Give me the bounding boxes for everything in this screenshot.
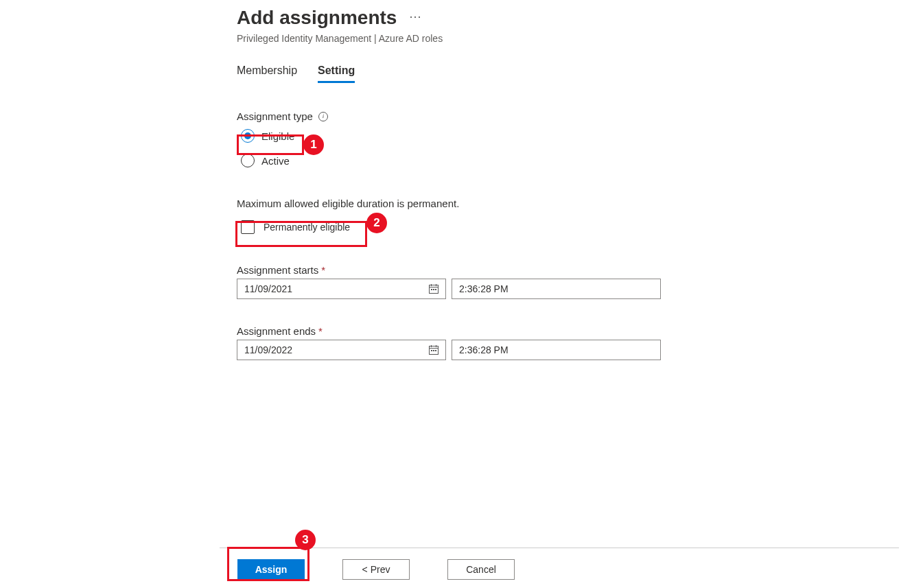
tab-setting[interactable]: Setting xyxy=(318,64,355,83)
svg-rect-4 xyxy=(431,289,432,290)
tab-membership[interactable]: Membership xyxy=(237,64,297,83)
start-date-value: 11/09/2021 xyxy=(244,283,292,294)
end-time-value: 2:36:28 PM xyxy=(459,344,508,355)
radio-icon xyxy=(241,154,255,167)
radio-eligible[interactable]: Eligible xyxy=(237,126,912,145)
svg-rect-12 xyxy=(433,350,434,351)
svg-rect-5 xyxy=(433,289,434,290)
assignment-starts-label: Assignment starts* xyxy=(237,264,912,276)
start-date-input[interactable]: 11/09/2021 xyxy=(237,279,446,299)
page-title: Add assignments xyxy=(237,7,397,29)
tab-bar: Membership Setting xyxy=(237,64,912,83)
annotation-badge: 2 xyxy=(366,213,387,233)
radio-active[interactable]: Active xyxy=(237,151,912,170)
cancel-button[interactable]: Cancel xyxy=(447,559,515,580)
annotation-box xyxy=(227,547,309,581)
svg-rect-6 xyxy=(435,289,436,290)
info-icon[interactable]: i xyxy=(318,112,328,121)
end-time-input[interactable]: 2:36:28 PM xyxy=(452,340,661,360)
svg-rect-11 xyxy=(431,350,432,351)
radio-active-label: Active xyxy=(261,155,290,167)
start-time-value: 2:36:28 PM xyxy=(459,283,508,294)
assignment-type-label: Assignment type xyxy=(237,110,313,122)
start-time-input[interactable]: 2:36:28 PM xyxy=(452,279,661,299)
more-icon[interactable]: ··· xyxy=(409,10,421,24)
end-date-value: 11/09/2022 xyxy=(244,344,292,355)
annotation-badge: 3 xyxy=(295,530,316,550)
svg-rect-13 xyxy=(435,350,436,351)
footer-bar: Assign < Prev Cancel xyxy=(220,548,899,588)
annotation-badge: 1 xyxy=(303,134,324,155)
calendar-icon xyxy=(429,345,439,355)
prev-button[interactable]: < Prev xyxy=(342,559,410,580)
calendar-icon xyxy=(429,284,439,294)
end-date-input[interactable]: 11/09/2022 xyxy=(237,340,446,360)
annotation-box xyxy=(237,134,304,155)
breadcrumb: Privileged Identity Management | Azure A… xyxy=(237,33,912,44)
duration-note: Maximum allowed eligible duration is per… xyxy=(237,198,912,209)
assignment-ends-label: Assignment ends* xyxy=(237,325,912,337)
annotation-box xyxy=(235,221,367,247)
